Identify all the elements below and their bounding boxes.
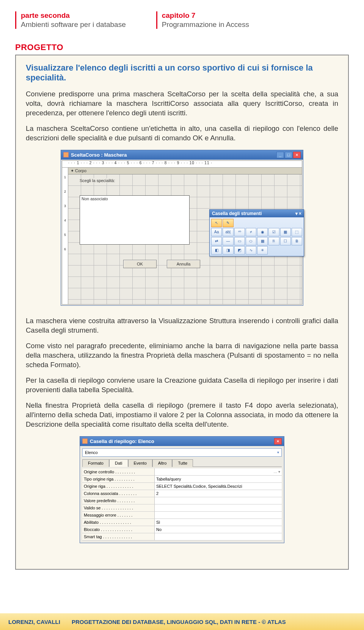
tool-more1-icon[interactable]: ◨ [223, 246, 233, 255]
prop-label: Origine controllo . . . . . . . . . [82, 470, 154, 474]
prop-label: Valido se . . . . . . . . . . . . . . [82, 506, 154, 510]
ruler-vertical: 1 2 3 4 5 6 [62, 168, 68, 304]
annulla-button[interactable]: Annulla [167, 260, 200, 268]
tool-checkbox-icon[interactable]: ☑ [268, 228, 279, 236]
prop-row: Valido se . . . . . . . . . . . . . . [82, 504, 282, 512]
props-close-button[interactable]: × [274, 438, 282, 445]
prop-row: Smart tag . . . . . . . . . . . . . [82, 533, 282, 540]
part-sub: Ambienti software per i database [21, 20, 126, 29]
tool-pagebreak-icon[interactable]: ▦ [257, 237, 268, 245]
tool-more2-icon[interactable]: ◩ [234, 246, 245, 255]
prop-value[interactable]: Tabella/query [154, 476, 282, 482]
props-object-selector[interactable]: Elenco ▾ [82, 448, 282, 457]
prop-label: Bloccato . . . . . . . . . . . . . . [82, 527, 154, 532]
tool-image-icon[interactable]: — [223, 237, 233, 245]
prop-value[interactable] [154, 533, 282, 540]
tool-option-icon[interactable]: ◉ [257, 228, 268, 236]
prop-label: Valore predefinito . . . . . . . . [82, 498, 154, 503]
tool-rect-icon[interactable]: ◧ [211, 246, 222, 255]
properties-window: Casella di riepilogo: Elenco × Elenco ▾ … [80, 436, 284, 543]
props-title: Casella di riepilogo: Elenco [90, 438, 154, 444]
form-icon [63, 152, 69, 157]
prop-value[interactable] [154, 497, 282, 504]
prop-value[interactable] [154, 512, 282, 518]
paragraph-6: Nella finestra Proprietà della casella d… [26, 401, 338, 429]
prop-value[interactable] [154, 504, 282, 511]
prop-row: Origine controllo . . . . . . . . . … ▾ [82, 468, 282, 476]
minimize-button[interactable]: _ [276, 152, 284, 158]
tab-dati[interactable]: Dati [109, 459, 128, 467]
footer-authors: LORENZI, CAVALLI [8, 619, 60, 625]
toolbox-titlebar: Casella degli strumenti ▾ × [210, 210, 304, 217]
scelta-corso-window: SceltaCorso : Maschera _ □ × · · · 1 · ·… [61, 150, 303, 306]
props-tabs: Formato Dati Evento Altro Tutte [82, 459, 282, 467]
props-body: Elenco ▾ Formato Dati Evento Altro Tutte… [80, 446, 284, 543]
footer-book: PROGETTAZIONE DEI DATABASE, LINGUAGGIO S… [72, 619, 286, 625]
tool-button-icon[interactable]: ⇄ [211, 237, 222, 245]
tab-formato[interactable]: Formato [82, 459, 109, 467]
tool-more4-icon[interactable]: ✳ [257, 246, 268, 255]
prop-row: Tipo origine riga . . . . . . . . . Tabe… [82, 476, 282, 483]
props-titlebar: Casella di riepilogo: Elenco × [80, 437, 284, 446]
screenshot-1-wrap: SceltaCorso : Maschera _ □ × · · · 1 · ·… [26, 150, 338, 306]
maximize-button[interactable]: □ [285, 152, 292, 158]
prop-value[interactable]: SELECT Specialità.Codice, Specialità.Des… [154, 483, 282, 490]
intro-heading: Visualizzare l'elenco degli iscritti a u… [26, 63, 338, 83]
props-list: Origine controllo . . . . . . . . . … ▾ … [82, 468, 282, 540]
tool-group-icon[interactable]: ᵃᵇ [234, 228, 245, 236]
tool-toggle-icon[interactable]: ≠ [246, 228, 256, 236]
prop-value[interactable]: No [154, 526, 282, 533]
project-label: PROGETTO [15, 42, 349, 52]
chevron-down-icon: ▾ [277, 450, 279, 454]
part-label: parte seconda [21, 11, 126, 20]
prop-row: Abilitato . . . . . . . . . . . . . . Sì [82, 519, 282, 526]
prop-label: Messaggio errore . . . . . . . [82, 513, 154, 517]
paragraph-5: Per la casella di riepilogo conviene usa… [26, 376, 338, 395]
ok-button[interactable]: OK [123, 260, 157, 268]
ruler-horizontal: · · · 1 · · · 2 · · · 3 · · · 4 · · · 5 … [62, 161, 302, 168]
tool-bound-icon[interactable]: ⬭ [246, 237, 256, 245]
listbox-elenco[interactable]: Non associato [80, 195, 190, 245]
tool-label-icon[interactable]: Aa [211, 228, 222, 236]
tool-tab-icon[interactable]: ⎘ [268, 237, 279, 245]
paragraph-1: Conviene predisporre una prima maschera … [26, 90, 338, 118]
paragraph-2: La maschera SceltaCorso contiene un'etic… [26, 124, 338, 143]
body-text-2: La maschera viene costruita attraverso l… [26, 316, 338, 429]
tool-more3-icon[interactable]: ∿ [246, 246, 256, 255]
tool-textbox-icon[interactable]: ab| [223, 228, 233, 236]
page-header: parte seconda Ambienti software per i da… [15, 11, 349, 29]
tool-combobox-icon[interactable]: ▦ [280, 228, 291, 236]
chapter-sub: Programmazione in Access [162, 20, 249, 29]
window-titlebar: SceltaCorso : Maschera _ □ × [61, 150, 303, 160]
section-bar-corpo[interactable]: ✦ Corpo [68, 168, 302, 174]
tool-pointer-icon[interactable]: ↖ [211, 219, 222, 227]
tool-listbox-icon[interactable]: ⬚ [292, 228, 302, 236]
prop-row: Messaggio errore . . . . . . . [82, 512, 282, 519]
prop-label: Origine riga . . . . . . . . . . . . [82, 484, 154, 489]
header-col-right: capitolo 7 Programmazione in Access [156, 11, 249, 29]
paragraph-4: Come visto nel paragrafo precedente, eli… [26, 341, 338, 370]
toolbox-panel[interactable]: Casella degli strumenti ▾ × ↖ ✎ Aa ab| ᵃ… [209, 209, 304, 256]
window-title: SceltaCorso : Maschera [71, 152, 127, 158]
content-box: Visualizzare l'elenco degli iscritti a u… [15, 55, 349, 570]
tab-evento[interactable]: Evento [128, 459, 152, 467]
prop-value[interactable]: … ▾ [154, 468, 282, 475]
tab-tutte[interactable]: Tutte [172, 459, 193, 467]
tool-unbound-icon[interactable]: ▭ [234, 237, 245, 245]
tab-altro[interactable]: Altro [152, 459, 173, 467]
form-design-body: · · · 1 · · · 2 · · · 3 · · · 4 · · · 5 … [62, 160, 302, 305]
tool-wizard-icon[interactable]: ✎ [223, 219, 233, 227]
prop-label: Colonna associata . . . . . . . . [82, 491, 154, 496]
tool-subform-icon[interactable]: ☐ [280, 237, 291, 245]
paragraph-3: La maschera viene costruita attraverso l… [26, 316, 338, 335]
label-scegli-specialita[interactable]: Scegli la specialità: [80, 178, 115, 183]
footer-bar: LORENZI, CAVALLI PROGETTAZIONE DEI DATAB… [0, 613, 364, 630]
design-grid[interactable]: Scegli la specialità: Non associato OK A… [68, 174, 302, 304]
tool-line-icon[interactable]: 🗎 [292, 237, 302, 245]
close-button[interactable]: × [293, 152, 301, 158]
header-col-left: parte seconda Ambienti software per i da… [15, 11, 126, 29]
toolbox-close-icon[interactable]: ▾ × [295, 211, 301, 216]
prop-value[interactable]: 2 [154, 490, 282, 497]
prop-value[interactable]: Sì [154, 519, 282, 526]
prop-row: Bloccato . . . . . . . . . . . . . . No [82, 526, 282, 533]
